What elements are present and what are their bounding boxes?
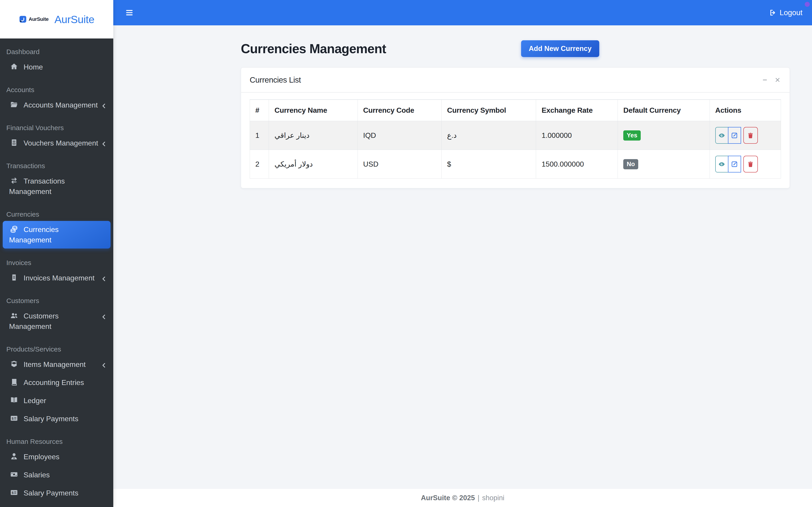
add-new-currency-button[interactable]: Add New Currency [521, 40, 599, 57]
cell-actions [710, 121, 781, 150]
cell-currency-symbol: $ [442, 150, 536, 179]
hamburger-icon [125, 8, 134, 17]
sidebar-item-currencies-management[interactable]: Currencies Management [3, 221, 111, 248]
money-check-icon: $ [9, 414, 19, 422]
sidebar-item-home[interactable]: Home [3, 58, 111, 75]
footer: AurSuite © 2025 | shopini [113, 489, 812, 507]
chevron-left-icon [101, 275, 107, 282]
sidebar-item-accounting-entries[interactable]: Accounting Entries [3, 374, 111, 391]
sidebar-item-salary-payments[interactable]: $Salary Payments [3, 484, 111, 502]
sidebar-section-invoices: Invoices [6, 259, 107, 267]
view-currency-button[interactable] [715, 156, 728, 172]
sidebar-item-transactions-management[interactable]: Transactions Management [3, 172, 111, 200]
delete-currency-button[interactable] [743, 127, 758, 144]
sidebar-logo[interactable]: AurSuite AurSuite [0, 0, 113, 39]
sidebar-item-label: Salary Payments [23, 415, 79, 423]
table-row-usd: 2دولار أمريكيUSD$1500.000000No [250, 150, 781, 179]
eye-icon [718, 161, 725, 168]
svg-text:$: $ [12, 416, 14, 420]
sidebar-item-accounts-management[interactable]: Accounts Management [3, 97, 111, 114]
cell-exchange-rate: 1.000000 [536, 121, 618, 150]
sidebar-item-customers-management[interactable]: Customers Management [3, 307, 111, 335]
sidebar-item-label: Accounts Management [23, 101, 98, 109]
sidebar-section-currencies: Currencies [6, 211, 107, 218]
chevron-left-icon [101, 103, 107, 109]
sidebar-item-items-management[interactable]: Items Management [3, 356, 111, 373]
sidebar-section-customers: Customers [6, 297, 107, 305]
card-header: Currencies List [241, 68, 790, 93]
footer-brand: AurSuite © 2025 [421, 494, 475, 502]
file-invoice-icon [9, 138, 19, 147]
sidebar-section-financial-vouchers: Financial Vouchers [6, 124, 107, 132]
column-header-currency-symbol: Currency Symbol [442, 100, 536, 121]
page-title: Currencies Management [241, 41, 386, 56]
money-check-icon: $ [9, 489, 19, 497]
logo-text: AurSuite [54, 13, 94, 25]
actions-group [715, 127, 775, 144]
column-header-default-currency: Default Currency [618, 100, 710, 121]
sidebar-item-salaries[interactable]: Salaries [3, 466, 111, 484]
cell-currency-code: IQD [358, 121, 441, 150]
close-icon [774, 76, 781, 83]
chevron-left-icon [101, 314, 107, 320]
cell-number: 1 [250, 121, 269, 150]
sidebar-section-products-services: Products/Services [6, 345, 107, 353]
close-card-button[interactable] [774, 76, 781, 83]
sidebar-section-dashboard: Dashboard [6, 48, 107, 56]
page-header: Currencies Management Add New Currency [241, 40, 599, 57]
screen-indicator-dot [805, 2, 810, 7]
sidebar-item-label: Salaries [23, 471, 50, 479]
trash-icon [747, 132, 754, 139]
cell-currency-name: دينار عراقي [269, 121, 358, 150]
logout-label: Logout [779, 8, 803, 17]
users-icon [9, 312, 19, 320]
sidebar-section-accounts: Accounts [6, 86, 107, 94]
coins-icon [9, 225, 19, 233]
menu-toggle-button[interactable] [125, 8, 134, 17]
actions-group [715, 156, 775, 172]
edit-currency-button[interactable] [728, 156, 741, 172]
column-header-currency-name: Currency Name [269, 100, 358, 121]
svg-text:$: $ [12, 491, 14, 495]
delete-currency-button[interactable] [743, 156, 758, 172]
column-header-number: # [250, 100, 269, 121]
sidebar-item-vouchers-management[interactable]: Vouchers Management [3, 134, 111, 152]
topbar: Logout [113, 0, 812, 25]
box-open-icon [9, 360, 19, 368]
sidebar-item-label: Invoices Management [23, 274, 95, 282]
sidebar-item-label: Items Management [23, 360, 86, 369]
card-title: Currencies List [250, 75, 301, 84]
sidebar-item-salary-payments[interactable]: $Salary Payments [3, 410, 111, 427]
edit-pen-icon [731, 132, 738, 139]
edit-currency-button[interactable] [728, 127, 741, 144]
sign-out-icon [769, 9, 776, 16]
sidebar-item-employees[interactable]: Employees [3, 448, 111, 465]
currencies-list-card: Currencies List #C [241, 67, 790, 188]
table-row-iqd: 1دينار عراقيIQDد.ع1.000000Yes [250, 121, 781, 150]
sidebar-item-invoices-management[interactable]: Invoices Management [3, 269, 111, 287]
minus-icon [761, 76, 768, 83]
sidebar: AurSuite AurSuite DashboardHomeAccountsA… [0, 0, 113, 507]
sidebar-item-label: Salary Payments [23, 489, 79, 497]
sidebar-nav: DashboardHomeAccountsAccounts Management… [0, 39, 113, 502]
card-body: #Currency NameCurrency CodeCurrency Symb… [241, 93, 790, 188]
table-header-row: #Currency NameCurrency CodeCurrency Symb… [250, 100, 781, 121]
sidebar-item-label: Home [23, 63, 43, 71]
logo-mark-icon [19, 15, 27, 23]
cell-actions [710, 150, 781, 179]
view-currency-button[interactable] [715, 127, 728, 144]
sidebar-item-ledger[interactable]: Ledger [3, 392, 111, 409]
column-header-actions: Actions [710, 100, 781, 121]
footer-divider: | [477, 494, 479, 502]
logout-button[interactable]: Logout [769, 8, 803, 17]
sidebar-item-label: Accounting Entries [23, 379, 84, 387]
card-tools [761, 76, 781, 83]
cell-currency-symbol: د.ع [442, 121, 536, 150]
collapse-card-button[interactable] [761, 76, 768, 83]
column-header-currency-code: Currency Code [358, 100, 441, 121]
cell-default-currency: Yes [618, 121, 710, 150]
default-currency-badge: Yes [623, 130, 641, 140]
cell-exchange-rate: 1500.000000 [536, 150, 618, 179]
sidebar-section-human-resources: Human Resources [6, 438, 107, 445]
sidebar-item-label: Vouchers Management [23, 139, 98, 147]
